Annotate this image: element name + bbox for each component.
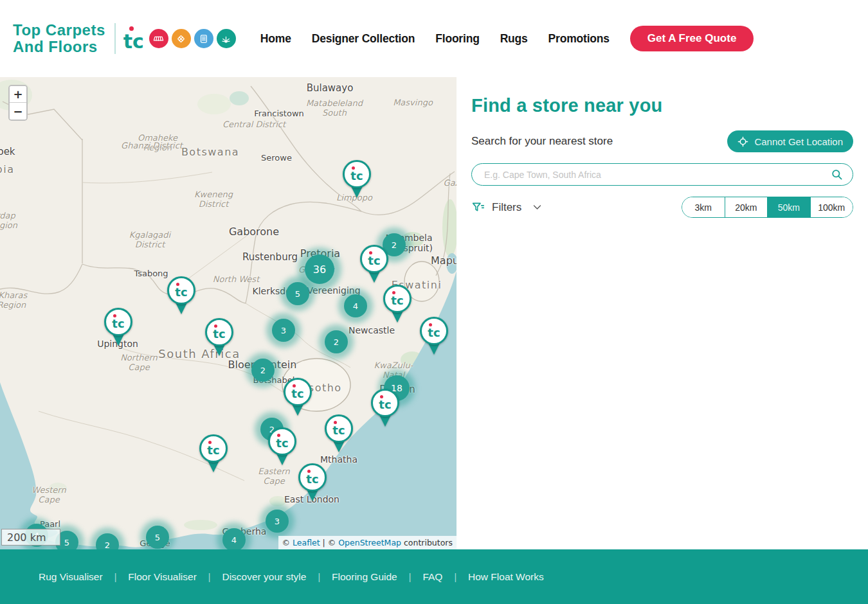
search-icon[interactable]: [831, 168, 843, 181]
cluster-count: 5: [286, 282, 309, 305]
store-pin[interactable]: tc: [343, 160, 371, 200]
cluster-marker[interactable]: 5: [286, 282, 309, 305]
store-locator-map[interactable]: BulawayoMatabeleland SouthFrancistownCen…: [0, 77, 457, 549]
logo[interactable]: Top Carpets And Floors tc: [13, 22, 236, 55]
chevron-down-icon: [529, 202, 542, 212]
cluster-count: 2: [325, 330, 348, 353]
get-location-button[interactable]: Cannot Get Location: [727, 130, 853, 152]
cluster-marker[interactable]: 2: [96, 533, 119, 549]
cluster-count: 4: [222, 528, 246, 549]
logo-divider: [114, 23, 116, 54]
monogram-text: tc: [123, 30, 144, 53]
zoom-out-button[interactable]: −: [10, 103, 26, 120]
nav-item-promotions[interactable]: Promotions: [548, 32, 610, 46]
footer-link-floor-visualiser[interactable]: Floor Visualiser: [128, 571, 197, 583]
cluster-marker[interactable]: 2: [251, 359, 275, 382]
pin-red-dot: [176, 283, 179, 286]
pin-head: tc: [343, 160, 371, 188]
pin-red-dot: [429, 323, 432, 326]
logo-red-dot: [129, 26, 134, 31]
cluster-count: 2: [251, 359, 275, 382]
get-free-quote-button[interactable]: Get A Free Quote: [630, 26, 754, 51]
footer-separator: |: [318, 572, 320, 582]
store-pin[interactable]: tc: [205, 318, 233, 358]
footer-separator: |: [208, 572, 211, 582]
store-pin[interactable]: tc: [298, 463, 327, 503]
store-pin[interactable]: tc: [199, 434, 228, 474]
cluster-marker[interactable]: 3: [266, 510, 289, 533]
footer-link-discover-your-style[interactable]: Discover your style: [222, 571, 306, 583]
map-zoom-control: + −: [8, 85, 28, 121]
cluster-count: 4: [344, 294, 367, 317]
nav-item-designer-collection[interactable]: Designer Collection: [312, 32, 415, 46]
pin-head: tc: [420, 317, 448, 345]
blinds-icon: [194, 29, 213, 48]
pin-red-dot: [277, 434, 280, 437]
cluster-count: 3: [272, 319, 295, 342]
gps-crosshair-icon: [737, 136, 748, 147]
cluster-marker[interactable]: 4: [344, 294, 367, 317]
site-footer: Rug Visualiser|Floor Visualiser|Discover…: [0, 549, 868, 604]
cluster-marker[interactable]: 5: [146, 526, 169, 549]
attribution-copyright: ©: [282, 538, 293, 547]
site-header: Top Carpets And Floors tc HomeDesigner C…: [0, 0, 868, 77]
tc-monogram-icon: tc: [123, 25, 144, 53]
nav-item-home[interactable]: Home: [260, 32, 291, 46]
pin-red-dot: [369, 251, 372, 254]
store-search-input[interactable]: [471, 163, 853, 186]
nav-item-flooring[interactable]: Flooring: [435, 32, 479, 46]
radius-50km[interactable]: 50km: [767, 197, 810, 217]
pin-red-dot: [214, 324, 217, 328]
store-pin[interactable]: tc: [360, 245, 388, 285]
cluster-marker[interactable]: 4: [222, 528, 246, 549]
cluster-marker[interactable]: 3: [272, 319, 295, 342]
filters-toggle[interactable]: Filters: [471, 200, 542, 214]
footer-link-how-float-works[interactable]: How Float Works: [468, 571, 544, 583]
leaflet-link[interactable]: Leaflet: [293, 538, 320, 547]
cluster-marker[interactable]: 36: [305, 254, 334, 284]
map-scale-control: 200 km: [1, 529, 60, 546]
store-pin[interactable]: tc: [104, 308, 132, 348]
store-pin[interactable]: tc: [268, 427, 296, 467]
store-pin[interactable]: tc: [167, 276, 195, 316]
cluster-marker[interactable]: 2: [325, 330, 348, 353]
pin-red-dot: [113, 314, 116, 317]
nav-item-rugs[interactable]: Rugs: [500, 32, 528, 46]
grass-icon: [217, 29, 236, 48]
search-subtitle: Search for your nearest store: [471, 135, 613, 148]
footer-link-flooring-guide[interactable]: Flooring Guide: [332, 571, 397, 583]
pin-head: tc: [298, 463, 327, 492]
pin-red-dot: [352, 166, 355, 170]
pin-red-dot: [392, 291, 395, 294]
radius-20km[interactable]: 20km: [725, 197, 768, 217]
logo-line1: Top Carpets: [13, 22, 105, 39]
store-pin[interactable]: tc: [420, 317, 448, 357]
footer-link-rug-visualiser[interactable]: Rug Visualiser: [39, 571, 103, 583]
pin-red-dot: [208, 441, 212, 444]
store-pin[interactable]: tc: [284, 378, 312, 418]
logo-badges: [149, 29, 236, 48]
logo-line2: And Floors: [13, 39, 105, 55]
footer-separator: |: [454, 572, 457, 582]
pin-red-dot: [334, 421, 337, 424]
attribution-suffix: contributors: [401, 538, 453, 547]
main-nav: HomeDesigner CollectionFlooringRugsPromo…: [260, 32, 610, 46]
zoom-in-button[interactable]: +: [10, 86, 26, 103]
attribution-divider: | ©: [320, 538, 339, 547]
store-pin[interactable]: tc: [325, 414, 353, 454]
cluster-count: 3: [266, 510, 289, 533]
radius-3km[interactable]: 3km: [682, 197, 725, 217]
get-location-label: Cannot Get Location: [754, 136, 843, 147]
rug-icon: [149, 29, 168, 48]
pin-head: tc: [205, 318, 233, 346]
footer-link-faq[interactable]: FAQ: [422, 571, 442, 583]
radius-100km[interactable]: 100km: [810, 197, 853, 217]
pin-head: tc: [199, 434, 228, 463]
pin-head: tc: [167, 276, 195, 305]
store-pin[interactable]: tc: [371, 389, 399, 429]
pin-head: tc: [383, 285, 411, 313]
pin-red-dot: [380, 395, 383, 398]
store-pin[interactable]: tc: [383, 285, 411, 324]
osm-link[interactable]: OpenStreetMap: [338, 538, 401, 547]
logo-wordmark: Top Carpets And Floors: [13, 22, 105, 55]
